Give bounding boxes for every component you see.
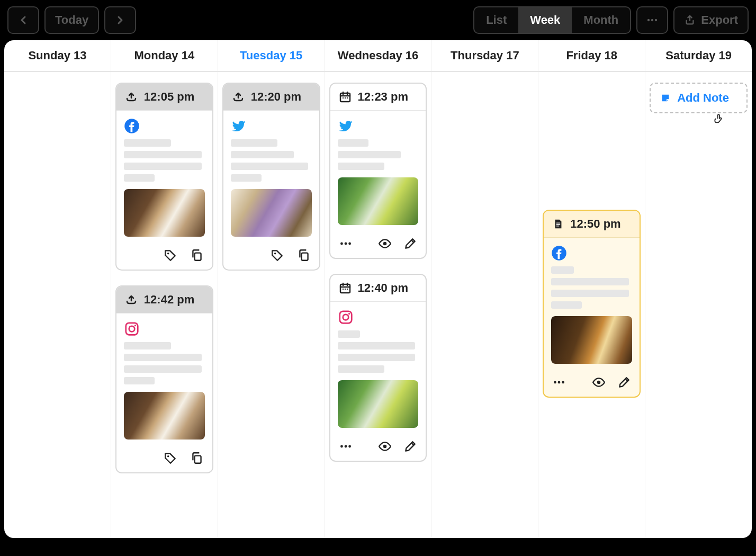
cursor-hand-icon xyxy=(713,112,726,126)
calendar-icon xyxy=(339,282,352,294)
export-button[interactable]: Export xyxy=(673,6,749,34)
upload-icon xyxy=(125,293,138,306)
edit-icon[interactable] xyxy=(403,237,417,250)
more-icon[interactable] xyxy=(339,440,353,453)
view-switcher: List Week Month xyxy=(473,6,631,34)
card-header: 12:20 pm xyxy=(223,84,319,111)
post-card[interactable]: 12:40 pm xyxy=(329,274,427,462)
card-time: 12:20 pm xyxy=(251,90,301,104)
facebook-icon xyxy=(551,245,567,261)
day-column-monday[interactable]: 12:05 pm 12:42 pm xyxy=(111,72,218,538)
preview-icon[interactable] xyxy=(378,237,392,250)
twitter-icon xyxy=(231,118,247,134)
tag-icon[interactable] xyxy=(271,248,284,262)
today-button[interactable]: Today xyxy=(44,6,99,34)
day-header[interactable]: Friday 18 xyxy=(538,40,645,71)
prev-button[interactable] xyxy=(7,6,39,34)
note-icon xyxy=(552,218,564,230)
arrow-right-icon xyxy=(114,14,127,26)
instagram-icon xyxy=(124,321,140,337)
tag-icon[interactable] xyxy=(164,248,177,262)
post-thumbnail xyxy=(338,177,419,225)
arrow-left-icon xyxy=(17,14,30,26)
post-card[interactable]: 12:05 pm xyxy=(115,83,213,271)
post-card[interactable]: 12:23 pm xyxy=(329,83,427,259)
view-week[interactable]: Week xyxy=(518,7,572,33)
export-icon xyxy=(684,14,696,26)
day-column-saturday[interactable]: Add Note xyxy=(645,72,752,538)
card-header: 12:23 pm xyxy=(330,84,426,111)
card-time: 12:40 pm xyxy=(358,281,408,295)
copy-icon[interactable] xyxy=(190,451,204,465)
copy-icon[interactable] xyxy=(190,248,204,262)
card-header: 12:40 pm xyxy=(330,275,426,302)
day-column-tuesday[interactable]: 12:20 pm xyxy=(218,72,325,538)
card-time: 12:42 pm xyxy=(144,293,194,307)
more-icon[interactable] xyxy=(339,237,353,250)
more-icon[interactable] xyxy=(552,375,566,389)
calendar: Sunday 13 Monday 14 Tuesday 15 Wednesday… xyxy=(4,40,752,538)
day-header[interactable]: Wednesday 16 xyxy=(325,40,432,71)
day-header[interactable]: Tuesday 15 xyxy=(218,40,325,71)
add-note-label: Add Note xyxy=(677,91,729,105)
card-header: 12:05 pm xyxy=(116,84,212,111)
post-thumbnail xyxy=(124,392,205,440)
upload-icon xyxy=(125,91,138,103)
post-card[interactable]: 12:42 pm xyxy=(115,285,213,473)
tag-icon[interactable] xyxy=(164,451,177,465)
toolbar: Today List Week Month Export xyxy=(4,4,752,40)
day-column-sunday[interactable] xyxy=(4,72,111,538)
post-card-note[interactable]: 12:50 pm xyxy=(543,210,641,398)
upload-icon xyxy=(232,91,245,103)
copy-icon[interactable] xyxy=(297,248,311,262)
day-header[interactable]: Monday 14 xyxy=(111,40,218,71)
text-placeholder xyxy=(231,139,312,182)
text-placeholder xyxy=(338,139,419,170)
more-menu-button[interactable] xyxy=(636,6,668,34)
more-icon xyxy=(646,14,659,26)
post-thumbnail xyxy=(231,189,312,237)
day-header[interactable]: Saturday 19 xyxy=(645,40,752,71)
card-time: 12:05 pm xyxy=(144,90,194,104)
day-column-friday[interactable]: 12:50 pm xyxy=(538,72,645,538)
post-thumbnail xyxy=(124,189,205,237)
edit-icon[interactable] xyxy=(617,375,631,389)
export-label: Export xyxy=(701,13,738,27)
view-list[interactable]: List xyxy=(474,7,518,33)
view-month[interactable]: Month xyxy=(572,7,630,33)
calendar-icon xyxy=(339,91,352,103)
card-time: 12:23 pm xyxy=(358,90,408,104)
next-button[interactable] xyxy=(104,6,136,34)
post-thumbnail xyxy=(551,316,632,364)
twitter-icon xyxy=(338,118,354,134)
add-note-button[interactable]: Add Note xyxy=(650,83,748,113)
card-header: 12:50 pm xyxy=(544,211,640,238)
instagram-icon xyxy=(338,309,354,325)
calendar-body: 12:05 pm 12:42 pm xyxy=(4,72,752,538)
text-placeholder xyxy=(338,330,419,373)
sticky-note-icon xyxy=(660,93,671,103)
facebook-icon xyxy=(124,118,140,134)
day-column-thursday[interactable] xyxy=(431,72,538,538)
card-header: 12:42 pm xyxy=(116,286,212,313)
day-header[interactable]: Thursday 17 xyxy=(431,40,538,71)
text-placeholder xyxy=(551,266,632,309)
text-placeholder xyxy=(124,342,205,384)
day-column-wednesday[interactable]: 12:23 pm 12:40 pm xyxy=(325,72,432,538)
day-header[interactable]: Sunday 13 xyxy=(4,40,111,71)
post-thumbnail xyxy=(338,380,419,428)
text-placeholder xyxy=(124,139,205,182)
card-time: 12:50 pm xyxy=(570,217,620,231)
preview-icon[interactable] xyxy=(378,440,392,453)
preview-icon[interactable] xyxy=(592,375,606,389)
edit-icon[interactable] xyxy=(403,440,417,453)
calendar-header: Sunday 13 Monday 14 Tuesday 15 Wednesday… xyxy=(4,40,752,72)
post-card[interactable]: 12:20 pm xyxy=(222,83,320,271)
